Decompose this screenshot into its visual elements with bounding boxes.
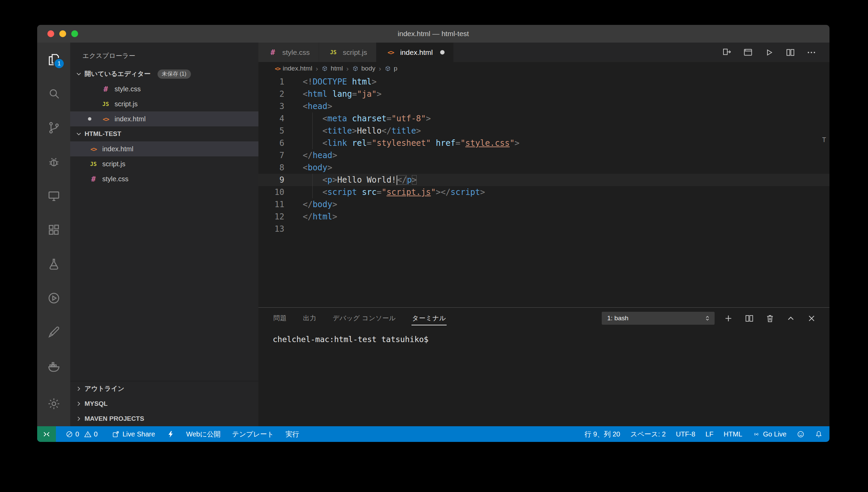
activity-test[interactable] <box>37 247 70 281</box>
open-editor-index-html[interactable]: <> index.html <box>70 111 258 126</box>
code-line[interactable]: 6 <link rel="stylesheet" href="style.css… <box>258 137 829 149</box>
code-line[interactable]: 12</html> <box>258 211 829 223</box>
run-status[interactable]: 実行 <box>285 430 299 439</box>
run-icon[interactable] <box>764 47 774 58</box>
panel-tab-output[interactable]: 出力 <box>302 311 317 325</box>
indentation-status[interactable]: スペース: 2 <box>630 430 666 439</box>
feedback-status[interactable] <box>797 430 805 438</box>
activity-run-circle[interactable] <box>37 281 70 315</box>
activity-remote-explorer[interactable] <box>37 179 70 213</box>
open-editors-header[interactable]: 開いているエディター 未保存 (1) <box>70 66 258 81</box>
run-label: 実行 <box>285 430 299 439</box>
tab-script-js[interactable]: JS script.js <box>319 43 376 62</box>
file-script-js[interactable]: JS script.js <box>70 156 258 171</box>
close-panel-icon[interactable] <box>807 313 817 323</box>
split-editor-icon[interactable] <box>785 47 795 58</box>
live-share-status[interactable]: Live Share <box>112 430 155 438</box>
open-editor-script-js[interactable]: JS script.js <box>70 96 258 111</box>
more-actions-icon[interactable] <box>806 47 817 58</box>
terminal-output[interactable]: chelchel-mac:html-test tatsuhiko$ <box>258 329 829 344</box>
new-terminal-icon[interactable] <box>723 313 733 323</box>
terminal-select[interactable]: 1: bash <box>602 312 715 325</box>
code-line[interactable]: 5 <title>Hello</title> <box>258 125 829 137</box>
publish-web-status[interactable]: Webに公開 <box>186 430 221 439</box>
activity-docker[interactable] <box>37 349 70 383</box>
zoom-window-button[interactable] <box>71 30 78 37</box>
code-line[interactable]: 2<html lang="ja"> <box>258 88 829 100</box>
open-preview-icon[interactable] <box>743 47 753 58</box>
section-label: MAVEN PROJECTS <box>85 415 144 422</box>
terminal-select-value: 1: bash <box>607 314 628 322</box>
activity-debug[interactable] <box>37 145 70 179</box>
smiley-icon <box>797 430 805 438</box>
template-status[interactable]: テンプレート <box>232 430 274 439</box>
code-line[interactable]: 7</head> <box>258 149 829 162</box>
gear-icon <box>47 397 61 411</box>
remote-indicator[interactable] <box>37 426 56 442</box>
section-outline[interactable]: アウトライン <box>70 381 258 396</box>
code-line[interactable]: 9 <p>Hello World!</p> <box>258 174 829 186</box>
minimize-window-button[interactable] <box>59 30 66 37</box>
line-number: 9 <box>258 174 284 186</box>
css-file-icon: # <box>88 175 99 183</box>
code-line[interactable]: 3<head> <box>258 100 829 112</box>
folder-header[interactable]: HTML-TEST <box>70 126 258 141</box>
folder-label: HTML-TEST <box>85 130 121 138</box>
activity-explorer[interactable]: 1 <box>37 43 70 77</box>
code-line[interactable]: 11</body> <box>258 198 829 211</box>
code-line[interactable]: 13 <box>258 223 829 235</box>
code-line[interactable]: 4 <meta charset="utf-8"> <box>258 112 829 125</box>
section-label: アウトライン <box>85 384 124 393</box>
activity-source-control[interactable] <box>37 111 70 145</box>
editor-actions <box>722 43 829 62</box>
breadcrumb-body[interactable]: body <box>352 65 375 72</box>
js-file-icon: JS <box>88 161 99 167</box>
language-mode-status[interactable]: HTML <box>724 430 742 438</box>
pen-icon <box>47 325 61 339</box>
maximize-panel-icon[interactable] <box>786 313 796 323</box>
breadcrumb-p[interactable]: p <box>385 65 398 72</box>
code-line[interactable]: 1<!DOCTYPE html> <box>258 76 829 88</box>
encoding-status[interactable]: UTF-8 <box>676 430 695 438</box>
title-bar[interactable]: index.html — html-test <box>37 25 829 43</box>
html-file-icon: <> <box>385 49 396 56</box>
cursor-position-status[interactable]: 行 9、列 20 <box>584 430 620 439</box>
trash-icon[interactable] <box>765 313 775 323</box>
split-terminal-icon[interactable] <box>744 313 754 323</box>
panel-tab-debug-console[interactable]: デバッグ コンソール <box>332 311 396 325</box>
breadcrumb-html[interactable]: html <box>321 65 343 72</box>
breadcrumb-file[interactable]: <> index.html <box>275 65 312 72</box>
breadcrumb-separator-icon: › <box>346 64 349 73</box>
symbol-cube-icon <box>385 65 391 72</box>
go-live-status[interactable]: Go Live <box>752 430 787 438</box>
open-editor-style-css[interactable]: # style.css <box>70 81 258 96</box>
code-line[interactable]: 8<body> <box>258 162 829 174</box>
file-style-css[interactable]: # style.css <box>70 171 258 186</box>
section-mysql[interactable]: MYSQL <box>70 396 258 411</box>
code-line[interactable]: 10 <script src="script.js"></script> <box>258 186 829 198</box>
activity-search[interactable] <box>37 77 70 111</box>
search-icon <box>47 87 61 101</box>
panel-tab-terminal[interactable]: ターミナル <box>411 311 447 325</box>
code-editor[interactable]: 1<!DOCTYPE html>2<html lang="ja">3<head>… <box>258 75 829 307</box>
panel-tab-problems[interactable]: 問題 <box>273 311 287 325</box>
remote-icon <box>43 430 50 438</box>
publish-label: Webに公開 <box>186 430 221 439</box>
panel-tabs: 問題 出力 デバッグ コンソール ターミナル <box>273 311 447 325</box>
tab-index-html[interactable]: <> index.html <box>376 43 454 62</box>
modified-dot-icon[interactable] <box>440 50 445 55</box>
live-share-label: Live Share <box>122 430 155 438</box>
tab-style-css[interactable]: # style.css <box>258 43 319 62</box>
section-maven-projects[interactable]: MAVEN PROJECTS <box>70 411 258 426</box>
eol-status[interactable]: LF <box>705 430 713 438</box>
open-changes-icon[interactable] <box>722 47 732 58</box>
activity-edit[interactable] <box>37 315 70 349</box>
activity-settings[interactable] <box>37 387 70 421</box>
notifications-status[interactable] <box>815 430 823 438</box>
bolt-status[interactable] <box>167 430 175 438</box>
file-index-html[interactable]: <> index.html <box>70 141 258 156</box>
close-window-button[interactable] <box>47 30 54 37</box>
activity-extensions[interactable] <box>37 213 70 247</box>
problems-status[interactable]: 0 0 <box>65 430 100 438</box>
line-number: 13 <box>258 223 284 235</box>
